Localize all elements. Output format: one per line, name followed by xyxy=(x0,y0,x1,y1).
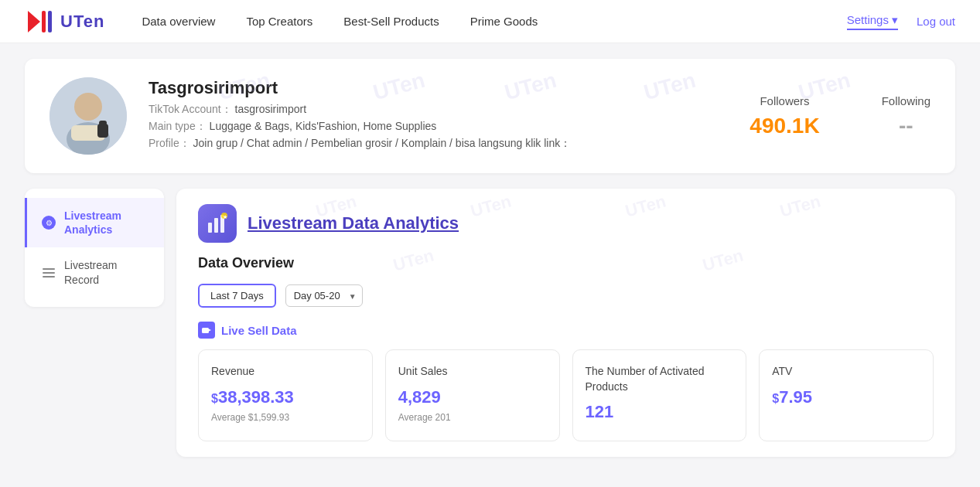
live-icon xyxy=(198,322,215,339)
panel-icon: ★ xyxy=(198,204,237,243)
list-icon xyxy=(41,265,56,281)
chevron-down-icon: ▾ xyxy=(892,13,898,27)
header-right: Settings ▾ Log out xyxy=(847,13,955,30)
atv-card: ATV $7.95 xyxy=(759,349,934,441)
profile-main-type: Main type： Luggage & Bags, Kids'Fashion,… xyxy=(149,120,750,134)
svg-rect-14 xyxy=(208,223,212,233)
atv-number: 7.95 xyxy=(779,387,812,407)
following-label: Following xyxy=(882,94,930,107)
svg-rect-12 xyxy=(43,272,55,274)
svg-rect-8 xyxy=(99,121,107,125)
svg-marker-20 xyxy=(209,329,211,332)
main-panel: UTen UTen UTen UTen UTen UTen ★ xyxy=(176,189,955,457)
nav-top-creators[interactable]: Top Creators xyxy=(246,15,312,28)
following-value: -- xyxy=(899,114,913,138)
panel-title: Livestream Data Analytics xyxy=(248,213,459,233)
svg-rect-11 xyxy=(43,268,55,270)
activated-products-value: 121 xyxy=(586,402,734,422)
revenue-value: $38,398.33 xyxy=(211,387,360,407)
atv-label: ATV xyxy=(772,364,920,380)
main-content: UTen UTen UTen UTen UTen Tasgrosirimport xyxy=(0,43,980,472)
activated-products-card: The Number of Activated Products 121 xyxy=(572,349,747,441)
followers-label: Followers xyxy=(760,94,809,107)
svg-rect-15 xyxy=(214,218,218,233)
svg-text:⚙: ⚙ xyxy=(46,219,53,227)
followers-value: 490.1K xyxy=(750,114,819,138)
svg-rect-13 xyxy=(43,276,55,278)
unit-sales-label: Unit Sales xyxy=(398,364,547,380)
tiktok-handle: tasgrosirimport xyxy=(235,103,307,115)
day-select-wrapper: Day 05-20 xyxy=(285,284,363,307)
chart-icon: ⚙ xyxy=(41,215,56,230)
main-type-label: Main type： xyxy=(149,120,207,132)
profile-label: Profile： xyxy=(149,137,190,149)
svg-rect-7 xyxy=(97,124,108,138)
profile-text-value: Join grup / Chat admin / Pembelian grosi… xyxy=(193,137,572,149)
main-type-value: Luggage & Bags, Kids'Fashion, Home Suppl… xyxy=(210,120,437,132)
logo[interactable]: UTen xyxy=(25,8,104,36)
svg-point-5 xyxy=(74,93,102,121)
filter-bar: Last 7 Days Day 05-20 xyxy=(198,284,934,308)
tiktok-label: TikTok Account： xyxy=(149,103,232,115)
svg-marker-0 xyxy=(28,11,40,32)
nav-best-sell-products[interactable]: Best-Sell Products xyxy=(343,15,439,28)
profile-info: Tasgrosirimport TikTok Account： tasgrosi… xyxy=(149,78,750,154)
sidebar-item-livestream-record[interactable]: Livestream Record xyxy=(25,247,164,297)
nav-prime-goods[interactable]: Prime Goods xyxy=(470,15,538,28)
profile-stats: Followers 490.1K Following -- xyxy=(750,94,930,138)
svg-rect-19 xyxy=(202,328,209,333)
sidebar: ⚙ Livestream Analytics Livestream Record xyxy=(25,189,164,307)
followers-stat: Followers 490.1K xyxy=(750,94,819,138)
avatar xyxy=(50,77,127,155)
live-sell-header: Live Sell Data xyxy=(198,322,934,339)
revenue-card: Revenue $38,398.33 Average $1,599.93 xyxy=(198,349,373,441)
atv-value: $7.95 xyxy=(772,387,920,407)
svg-rect-1 xyxy=(42,11,46,32)
revenue-avg: Average $1,599.93 xyxy=(211,412,360,423)
settings-label: Settings xyxy=(847,13,889,26)
atv-currency: $ xyxy=(772,392,779,405)
unit-sales-value: 4,829 xyxy=(398,387,547,407)
day-select[interactable]: Day 05-20 xyxy=(285,284,363,307)
main-nav: Data overview Top Creators Best-Sell Pro… xyxy=(142,15,846,28)
revenue-number: 38,398.33 xyxy=(218,387,294,407)
sidebar-label-livestream-analytics: Livestream Analytics xyxy=(64,209,150,237)
settings-button[interactable]: Settings ▾ xyxy=(847,13,898,30)
sidebar-item-livestream-analytics[interactable]: ⚙ Livestream Analytics xyxy=(25,198,164,247)
logo-text: UTen xyxy=(60,12,104,32)
following-stat: Following -- xyxy=(882,94,930,138)
svg-rect-2 xyxy=(48,11,52,32)
stats-cards: Revenue $38,398.33 Average $1,599.93 Uni… xyxy=(198,349,934,441)
logout-button[interactable]: Log out xyxy=(917,15,955,28)
profile-profile-text: Profile： Join grup / Chat admin / Pembel… xyxy=(149,137,750,151)
profile-tiktok: TikTok Account： tasgrosirimport xyxy=(149,103,750,117)
sidebar-label-livestream-record: Livestream Record xyxy=(64,258,150,286)
activated-products-label: The Number of Activated Products xyxy=(586,364,734,394)
header: UTen Data overview Top Creators Best-Sel… xyxy=(0,0,980,43)
unit-sales-card: Unit Sales 4,829 Average 201 xyxy=(385,349,560,441)
content-area: ⚙ Livestream Analytics Livestream Record xyxy=(25,189,955,457)
live-sell-title: Live Sell Data xyxy=(221,324,297,337)
unit-sales-avg: Average 201 xyxy=(398,412,547,423)
section-title: Data Overview xyxy=(198,255,934,271)
profile-name: Tasgrosirimport xyxy=(149,78,750,98)
panel-header: ★ Livestream Data Analytics xyxy=(198,204,934,243)
revenue-currency: $ xyxy=(211,392,218,405)
last-7-days-button[interactable]: Last 7 Days xyxy=(198,284,276,308)
nav-data-overview[interactable]: Data overview xyxy=(142,15,215,28)
revenue-label: Revenue xyxy=(211,364,360,380)
svg-text:★: ★ xyxy=(223,214,227,220)
profile-card: UTen UTen UTen UTen UTen Tasgrosirimport xyxy=(25,59,955,173)
